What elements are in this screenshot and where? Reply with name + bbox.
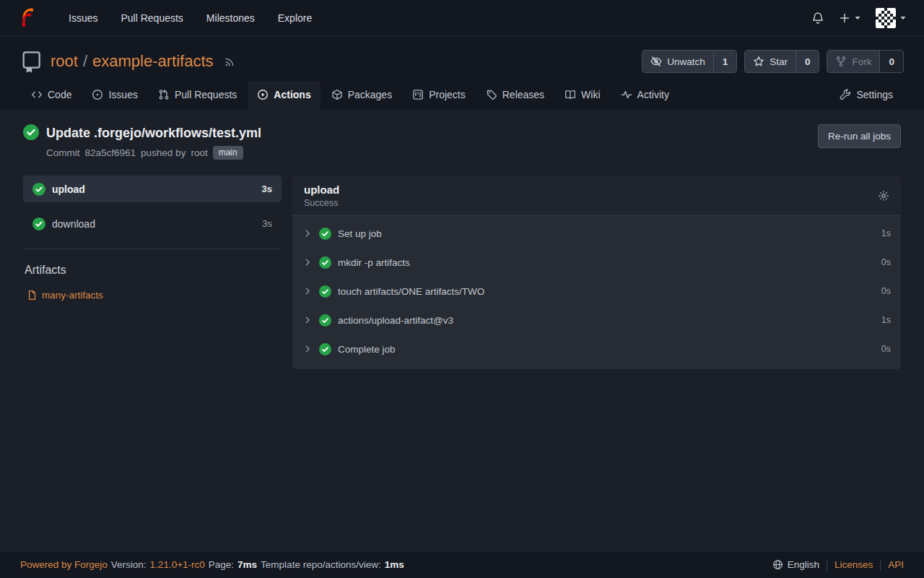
tab-issues[interactable]: Issues	[82, 81, 147, 110]
star-icon	[753, 56, 764, 67]
tab-packages[interactable]: Packages	[322, 81, 401, 110]
avatar	[876, 8, 896, 28]
fork-button-group: Fork 0	[827, 50, 904, 73]
actions-play-icon	[257, 89, 269, 100]
step-row-upload-artifact[interactable]: actions/upload-artifact@v3 1s	[292, 306, 901, 335]
branch-badge[interactable]: main	[213, 146, 243, 160]
success-check-icon	[319, 256, 331, 269]
rss-feed-icon[interactable]	[224, 56, 236, 68]
tab-actions[interactable]: Actions	[248, 81, 320, 110]
footer-divider	[827, 559, 827, 571]
stars-count[interactable]: 0	[796, 51, 819, 72]
success-check-icon	[32, 217, 45, 230]
success-check-icon	[319, 228, 331, 240]
tab-activity[interactable]: Activity	[611, 81, 679, 110]
repo-name-link[interactable]: example-artifacts	[92, 52, 214, 71]
chevron-right-icon	[302, 228, 313, 238]
step-row-touch[interactable]: touch artifacts/ONE artifacts/TWO 0s	[292, 277, 901, 306]
footer-divider	[880, 559, 881, 571]
tab-wiki[interactable]: Wiki	[555, 81, 609, 110]
pulse-icon	[621, 89, 632, 100]
chevron-right-icon	[302, 286, 313, 296]
repo-owner-link[interactable]: root	[51, 52, 78, 71]
pusher-link[interactable]: root	[191, 147, 207, 158]
fork-icon	[835, 56, 847, 67]
nav-explore[interactable]: Explore	[268, 7, 322, 30]
version-link[interactable]: 1.21.0+1-rc0	[150, 559, 205, 570]
tab-settings[interactable]: Settings	[830, 81, 902, 110]
step-duration: 0s	[881, 286, 891, 296]
project-board-icon	[412, 89, 424, 100]
jobs-sidebar: upload 3s download 3s Artifacts many-art…	[23, 176, 282, 369]
job-item-download[interactable]: download 3s	[23, 210, 282, 237]
unwatch-label: Unwatch	[667, 56, 705, 67]
unwatch-button[interactable]: Unwatch	[642, 51, 713, 72]
file-icon	[27, 290, 38, 301]
forgejo-logo-icon[interactable]	[17, 8, 37, 27]
licenses-link[interactable]: Licenses	[834, 559, 873, 570]
nav-right-group	[811, 8, 907, 28]
run-commit-info: Commit 82a5cf6961 pushed by root main	[46, 146, 261, 160]
tab-projects[interactable]: Projects	[403, 81, 475, 110]
chevron-down-icon	[854, 14, 861, 22]
book-icon	[565, 89, 576, 100]
nav-milestones[interactable]: Milestones	[196, 7, 265, 30]
step-row-complete-job[interactable]: Complete job 0s	[292, 335, 901, 363]
tab-code[interactable]: Code	[22, 81, 81, 110]
commit-hash-link[interactable]: 82a5cf6961	[85, 147, 136, 158]
detail-job-name: upload	[304, 184, 339, 196]
powered-by-forgejo-link[interactable]: Powered by Forgejo	[20, 559, 108, 570]
top-navbar: Issues Pull Requests Milestones Explore	[0, 0, 924, 36]
repo-tabs: Code Issues Pull Requests Actions Packag…	[20, 81, 904, 110]
job-detail-header: upload Success	[292, 176, 901, 216]
forks-count[interactable]: 0	[879, 51, 903, 72]
create-new-dropdown[interactable]	[839, 12, 861, 24]
step-duration: 1s	[881, 228, 891, 238]
gear-icon[interactable]	[878, 190, 889, 202]
tag-icon	[486, 89, 497, 100]
repo-action-buttons: Unwatch 1 Star 0	[642, 50, 904, 73]
language-selector[interactable]: English	[772, 559, 819, 570]
star-button[interactable]: Star	[745, 51, 796, 72]
commit-prefix: Commit	[46, 147, 80, 158]
pushed-by-text: pushed by	[141, 147, 186, 158]
nav-issues[interactable]: Issues	[58, 7, 108, 30]
watchers-count[interactable]: 1	[713, 51, 737, 72]
chevron-right-icon	[302, 257, 313, 267]
code-icon	[31, 89, 43, 100]
step-duration: 0s	[881, 257, 891, 267]
nav-pull-requests[interactable]: Pull Requests	[110, 7, 193, 30]
fork-button[interactable]: Fork	[827, 51, 879, 72]
package-icon	[331, 89, 343, 100]
repo-header: root / example-artifacts	[0, 36, 924, 110]
tab-releases[interactable]: Releases	[476, 81, 554, 110]
sidebar-divider	[23, 249, 282, 249]
artifact-link-many-artifacts[interactable]: many-artifacts	[27, 290, 282, 301]
run-title: Update .forgejo/workflows/test.yml	[46, 124, 261, 142]
plus-icon	[839, 12, 850, 24]
step-row-mkdir[interactable]: mkdir -p artifacts 0s	[292, 248, 901, 277]
success-check-icon	[319, 314, 331, 327]
repo-breadcrumb: root / example-artifacts	[51, 52, 214, 71]
footer-links: English Licenses API	[772, 559, 904, 571]
job-item-upload[interactable]: upload 3s	[23, 176, 282, 202]
watch-button-group: Unwatch 1	[642, 50, 737, 73]
success-check-icon	[23, 124, 39, 140]
api-link[interactable]: API	[888, 559, 904, 570]
eye-slash-icon	[650, 56, 662, 67]
repo-book-icon	[20, 50, 43, 73]
user-menu-dropdown[interactable]	[876, 8, 907, 28]
chevron-right-icon	[302, 344, 313, 354]
step-duration: 1s	[881, 315, 891, 325]
rerun-all-jobs-button[interactable]: Re-run all jobs	[818, 124, 901, 148]
success-check-icon	[319, 285, 331, 298]
artifacts-heading: Artifacts	[25, 264, 282, 277]
success-check-icon	[32, 183, 45, 196]
detail-job-status: Success	[304, 198, 339, 208]
notifications-bell-icon[interactable]	[811, 12, 824, 25]
breadcrumb-separator: /	[83, 52, 87, 71]
tab-pull-requests[interactable]: Pull Requests	[149, 81, 246, 110]
step-row-setup-job[interactable]: Set up job 1s	[292, 219, 901, 248]
actions-run-view: Update .forgejo/workflows/test.yml Commi…	[0, 110, 924, 551]
step-duration: 0s	[881, 344, 891, 354]
